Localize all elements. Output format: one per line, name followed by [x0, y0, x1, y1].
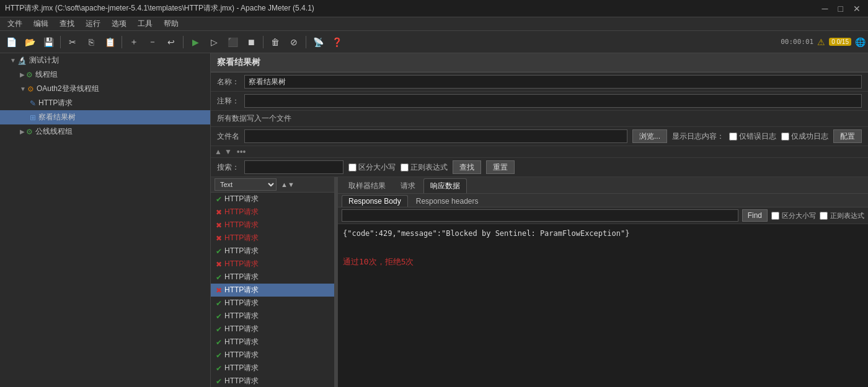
list-item-5[interactable]: ✔ HTTP请求	[211, 245, 334, 258]
result-tree-label: 察看结果树	[38, 112, 76, 123]
list-item-9[interactable]: ✔ HTTP请求	[211, 297, 334, 310]
menu-run[interactable]: 运行	[81, 17, 105, 30]
list-item-10[interactable]: ✔ HTTP请求	[211, 310, 334, 323]
menu-find[interactable]: 查找	[55, 17, 79, 30]
close-button[interactable]: ✕	[851, 4, 863, 14]
panel-header: 察看结果树	[211, 53, 868, 72]
format-select[interactable]: Text JSON XML HTML Boundary	[215, 178, 277, 191]
remote-start-button[interactable]: 📡	[309, 33, 327, 51]
name-input[interactable]	[244, 75, 862, 89]
file-name-input[interactable]	[244, 129, 627, 143]
browse-button[interactable]: 浏览...	[632, 129, 667, 143]
comment-input[interactable]	[244, 94, 862, 108]
collapse-all-button[interactable]: ▼	[224, 147, 232, 156]
config-button[interactable]: 配置	[833, 129, 862, 143]
tab-sampler-result[interactable]: 取样器结果	[342, 178, 392, 193]
regex-checkbox[interactable]	[401, 163, 409, 172]
list-item-4[interactable]: ✖ HTTP请求	[211, 232, 334, 245]
list-item-label-3: HTTP请求	[224, 220, 259, 230]
list-item-7[interactable]: ✔ HTTP请求	[211, 271, 334, 284]
list-item-label-13: HTTP请求	[224, 350, 259, 360]
sub-tab-response-body[interactable]: Response Body	[342, 195, 408, 207]
regex-label[interactable]: 正则表达式	[401, 162, 448, 173]
case-sensitive-label[interactable]: 区分大小写	[348, 162, 396, 173]
http-request-label: HTTP请求	[38, 98, 73, 108]
remote-icon: 🌐	[855, 37, 866, 47]
list-item-13[interactable]: ✔ HTTP请求	[211, 349, 334, 362]
detail-case-checkbox[interactable]	[771, 212, 779, 220]
main-layout: ▼ 🔬 测试计划 ▶ ⚙ 线程组 ▼ ⚙ OAuth2登录线程组 ✎ HTTP请…	[0, 53, 868, 387]
menu-file[interactable]: 文件	[2, 17, 27, 30]
title-text: HTTP请求.jmx (C:\soft\apache-jmeter-5.4.1\…	[5, 3, 314, 14]
file-note-row: 所有数据写入一个文件	[211, 111, 868, 127]
menu-help[interactable]: 帮助	[159, 17, 184, 30]
sidebar-item-thread-group[interactable]: ▶ ⚙ 线程组	[0, 67, 210, 82]
sidebar-item-public-thread-group[interactable]: ▶ ⚙ 公线线程组	[0, 124, 210, 139]
split-panel: Text JSON XML HTML Boundary ▲▼ ✔ HTTP请求 …	[211, 177, 868, 387]
start-no-pause-button[interactable]: ▷	[205, 33, 223, 51]
expand-icon-oauth: ▼	[20, 85, 26, 92]
sidebar-item-test-plan[interactable]: ▼ 🔬 测试计划	[0, 53, 210, 67]
cut-button[interactable]: ✂	[64, 33, 81, 51]
error-log-checkbox-label[interactable]: 仅错误日志	[729, 131, 776, 142]
regex-text: 正则表达式	[410, 162, 448, 173]
list-expand-button[interactable]: ▲▼	[279, 180, 296, 189]
list-item-12[interactable]: ✔ HTTP请求	[211, 336, 334, 349]
detail-find-button[interactable]: Find	[742, 209, 768, 222]
undo-button[interactable]: ↩	[162, 33, 180, 51]
add-button[interactable]: ＋	[125, 33, 143, 51]
case-sensitive-checkbox[interactable]	[348, 163, 356, 172]
err-icon-8: ✖	[216, 286, 222, 295]
menu-edit[interactable]: 编辑	[29, 17, 53, 30]
list-item-2[interactable]: ✖ HTTP请求	[211, 206, 334, 219]
detail-regex-checkbox[interactable]	[820, 212, 828, 220]
detail-case-label[interactable]: 区分大小写	[771, 211, 816, 220]
ok-icon-12: ✔	[216, 338, 222, 347]
list-item-label-12: HTTP请求	[224, 337, 259, 347]
list-item-11[interactable]: ✔ HTTP请求	[211, 323, 334, 336]
sidebar-item-http-request[interactable]: ✎ HTTP请求	[0, 96, 210, 110]
more-button[interactable]: •••	[234, 147, 249, 157]
list-item-15[interactable]: ✔ HTTP请求	[211, 375, 334, 387]
ok-icon-11: ✔	[216, 325, 222, 334]
shutdown-button[interactable]: ⏹	[242, 33, 260, 51]
menu-tools[interactable]: 工具	[133, 17, 157, 30]
error-log-checkbox[interactable]	[729, 133, 737, 141]
success-log-checkbox[interactable]	[781, 133, 789, 141]
detail-regex-label[interactable]: 正则表达式	[820, 211, 864, 220]
detail-search-input[interactable]	[342, 209, 738, 222]
clear-button[interactable]: 🗑	[267, 33, 284, 51]
detail-content: {"code":429,"message":"Blocked by Sentin…	[338, 224, 868, 387]
clear-all-button[interactable]: ⊘	[285, 33, 303, 51]
tab-request[interactable]: 请求	[394, 178, 422, 193]
menu-options[interactable]: 选项	[107, 17, 131, 30]
sidebar-item-result-tree[interactable]: ⊞ 察看结果树	[0, 110, 210, 124]
ok-icon-13: ✔	[216, 351, 222, 360]
paste-button[interactable]: 📋	[101, 33, 118, 51]
save-button[interactable]: 💾	[40, 33, 57, 51]
list-item-6[interactable]: ✖ HTTP请求	[211, 258, 334, 271]
function-helper-button[interactable]: ❓	[328, 33, 345, 51]
remove-button[interactable]: －	[144, 33, 161, 51]
expand-all-button[interactable]: ▲	[215, 147, 222, 156]
start-button[interactable]: ▶	[187, 33, 204, 51]
list-item-8[interactable]: ✖ HTTP请求	[211, 284, 334, 297]
copy-button[interactable]: ⎘	[82, 33, 100, 51]
open-button[interactable]: 📂	[21, 33, 38, 51]
success-log-checkbox-label[interactable]: 仅成功日志	[781, 131, 828, 142]
sidebar-item-oauth-group[interactable]: ▼ ⚙ OAuth2登录线程组	[0, 82, 210, 96]
list-item-3[interactable]: ✖ HTTP请求	[211, 219, 334, 232]
list-item-14[interactable]: ✔ HTTP请求	[211, 362, 334, 375]
reset-button[interactable]: 重置	[486, 160, 515, 174]
maximize-button[interactable]: □	[836, 4, 846, 14]
find-button[interactable]: 查找	[453, 160, 481, 174]
tab-response-data[interactable]: 响应数据	[423, 178, 467, 193]
minimize-button[interactable]: ─	[820, 4, 831, 14]
list-item-1[interactable]: ✔ HTTP请求	[211, 193, 334, 206]
search-input[interactable]	[244, 160, 343, 174]
new-button[interactable]: 📄	[2, 33, 20, 51]
sub-tab-response-headers[interactable]: Response headers	[409, 195, 485, 207]
list-item-label-15: HTTP请求	[224, 376, 259, 386]
warning-icon: ⚠	[817, 37, 825, 47]
stop-button[interactable]: ⬛	[224, 33, 241, 51]
